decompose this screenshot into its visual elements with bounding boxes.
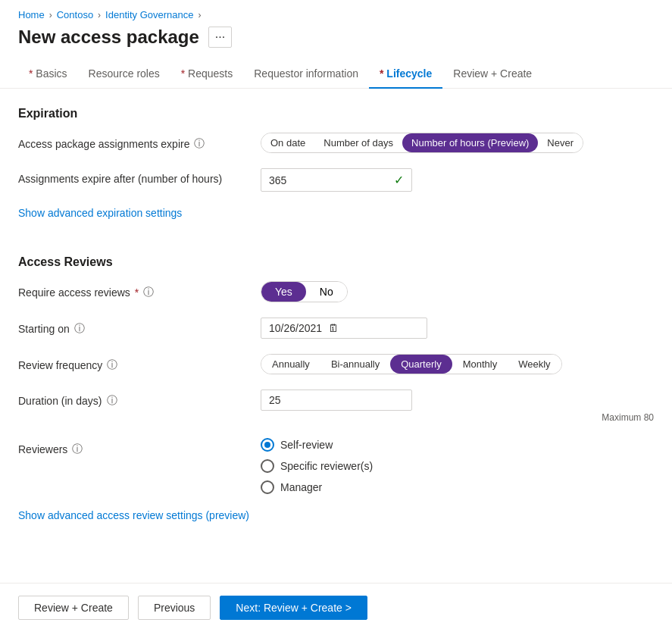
required-star: * bbox=[135, 286, 139, 299]
reviewers-label: Reviewers ⓘ bbox=[18, 438, 261, 456]
expire-info-icon[interactable]: ⓘ bbox=[194, 137, 205, 151]
date-value: 10/26/2021 bbox=[269, 322, 322, 334]
expire-never[interactable]: Never bbox=[538, 133, 583, 152]
radio-self-review[interactable]: Self-review bbox=[261, 438, 654, 452]
starting-on-row: Starting on ⓘ 10/26/2021 🗓 bbox=[18, 318, 654, 339]
reviewers-control: Self-review Specific reviewer(s) Manager bbox=[261, 438, 654, 494]
breadcrumb-sep-2: › bbox=[98, 10, 101, 20]
yn-group: Yes No bbox=[261, 281, 348, 302]
radio-self-review-label: Self-review bbox=[280, 439, 333, 451]
reviewers-info-icon[interactable]: ⓘ bbox=[72, 443, 83, 456]
expire-after-label: Assignments expire after (number of hour… bbox=[18, 168, 261, 185]
expire-after-control: ✓ bbox=[261, 168, 654, 192]
show-advanced-expiration-link[interactable]: Show advanced expiration settings bbox=[18, 207, 182, 219]
next-button[interactable]: Next: Review + Create > bbox=[220, 596, 367, 620]
expiration-title: Expiration bbox=[18, 107, 654, 120]
access-reviews-section: Access Reviews Require access reviews * … bbox=[18, 255, 654, 540]
starting-on-info-icon[interactable]: ⓘ bbox=[74, 322, 85, 336]
breadcrumb-contoso[interactable]: Contoso bbox=[57, 9, 93, 20]
frequency-label: Review frequency ⓘ bbox=[18, 354, 261, 372]
duration-row: Duration (in days) ⓘ Maximum 80 bbox=[18, 390, 654, 423]
freq-monthly[interactable]: Monthly bbox=[452, 355, 508, 374]
expire-after-row: Assignments expire after (number of hour… bbox=[18, 168, 654, 192]
frequency-control: Annually Bi-annually Quarterly Monthly W… bbox=[261, 354, 654, 374]
previous-button[interactable]: Previous bbox=[138, 596, 211, 620]
tab-basics[interactable]: Basics bbox=[18, 60, 78, 89]
tab-review-create[interactable]: Review + Create bbox=[442, 60, 542, 89]
radio-manager[interactable]: Manager bbox=[261, 480, 654, 494]
freq-annually[interactable]: Annually bbox=[261, 355, 320, 374]
breadcrumb-home[interactable]: Home bbox=[18, 9, 45, 20]
expire-label: Access package assignments expire ⓘ bbox=[18, 133, 261, 151]
duration-wrap: Maximum 80 bbox=[261, 390, 654, 423]
expire-segmented: On date Number of days Number of hours (… bbox=[261, 133, 583, 153]
radio-group: Self-review Specific reviewer(s) Manager bbox=[261, 438, 654, 494]
show-advanced-reviews-link[interactable]: Show advanced access review settings (pr… bbox=[18, 509, 249, 521]
radio-self-review-circle bbox=[261, 438, 274, 452]
expire-after-input-wrap: ✓ bbox=[261, 168, 412, 192]
review-create-button[interactable]: Review + Create bbox=[18, 596, 129, 620]
starting-on-label: Starting on ⓘ bbox=[18, 318, 261, 336]
footer: Review + Create Previous Next: Review + … bbox=[0, 583, 672, 632]
access-reviews-title: Access Reviews bbox=[18, 255, 654, 269]
frequency-segmented: Annually Bi-annually Quarterly Monthly W… bbox=[261, 354, 562, 374]
expiration-section: Expiration Access package assignments ex… bbox=[18, 107, 654, 237]
breadcrumb: Home › Contoso › Identity Governance › bbox=[0, 0, 672, 20]
reviewers-row: Reviewers ⓘ Self-review Specific reviewe… bbox=[18, 438, 654, 494]
frequency-row: Review frequency ⓘ Annually Bi-annually … bbox=[18, 354, 654, 374]
radio-specific-reviewer-label: Specific reviewer(s) bbox=[280, 460, 373, 472]
freq-weekly[interactable]: Weekly bbox=[508, 355, 561, 374]
duration-control: Maximum 80 bbox=[261, 390, 654, 423]
breadcrumb-sep-3: › bbox=[198, 10, 201, 20]
radio-manager-circle bbox=[261, 480, 274, 494]
expire-number-of-hours[interactable]: Number of hours (Preview) bbox=[402, 133, 538, 152]
check-icon: ✓ bbox=[394, 173, 404, 187]
tab-resource-roles[interactable]: Resource roles bbox=[78, 60, 170, 89]
tab-requests[interactable]: Requests bbox=[170, 60, 244, 89]
starting-on-control: 10/26/2021 🗓 bbox=[261, 318, 654, 339]
tab-lifecycle[interactable]: Lifecycle bbox=[369, 60, 442, 89]
yn-control: Yes No bbox=[261, 281, 654, 302]
date-picker[interactable]: 10/26/2021 🗓 bbox=[261, 318, 427, 339]
breadcrumb-identity-governance[interactable]: Identity Governance bbox=[105, 9, 193, 20]
max-hint: Maximum 80 bbox=[261, 412, 654, 423]
yes-button[interactable]: Yes bbox=[261, 282, 306, 302]
require-info-icon[interactable]: ⓘ bbox=[143, 286, 154, 299]
expire-row: Access package assignments expire ⓘ On d… bbox=[18, 133, 654, 153]
expire-number-of-days[interactable]: Number of days bbox=[314, 133, 402, 152]
breadcrumb-sep-1: › bbox=[49, 10, 52, 20]
calendar-icon: 🗓 bbox=[328, 322, 339, 334]
page-title: New access package bbox=[18, 27, 199, 48]
frequency-info-icon[interactable]: ⓘ bbox=[107, 358, 117, 372]
expire-after-input[interactable] bbox=[269, 174, 389, 186]
expire-on-date[interactable]: On date bbox=[261, 133, 314, 152]
duration-input[interactable] bbox=[261, 390, 412, 411]
expire-options: On date Number of days Number of hours (… bbox=[261, 133, 654, 153]
require-reviews-row: Require access reviews * ⓘ Yes No bbox=[18, 281, 654, 302]
freq-bi-annually[interactable]: Bi-annually bbox=[320, 355, 390, 374]
no-button[interactable]: No bbox=[306, 282, 347, 302]
duration-label: Duration (in days) ⓘ bbox=[18, 390, 261, 408]
page-header: New access package ··· bbox=[0, 20, 672, 60]
freq-quarterly[interactable]: Quarterly bbox=[390, 355, 452, 374]
radio-specific-reviewer-circle bbox=[261, 459, 274, 473]
nav-tabs: Basics Resource roles Requests Requestor… bbox=[0, 60, 672, 89]
radio-specific-reviewer[interactable]: Specific reviewer(s) bbox=[261, 459, 654, 473]
main-content: Expiration Access package assignments ex… bbox=[0, 89, 672, 583]
duration-info-icon[interactable]: ⓘ bbox=[107, 394, 117, 408]
tab-requestor-information[interactable]: Requestor information bbox=[243, 60, 369, 89]
more-button[interactable]: ··· bbox=[208, 27, 232, 48]
radio-manager-label: Manager bbox=[280, 481, 322, 493]
require-reviews-label: Require access reviews * ⓘ bbox=[18, 281, 261, 299]
